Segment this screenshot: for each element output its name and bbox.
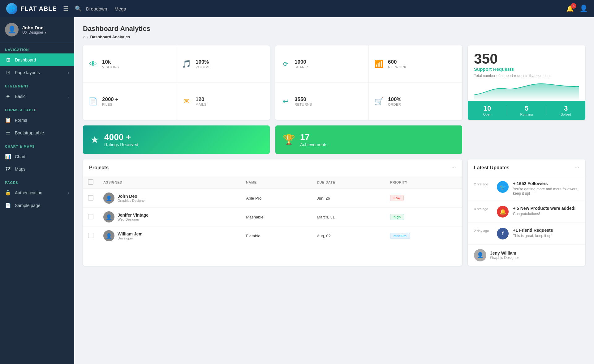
priority-cell: Low: [385, 189, 462, 208]
update-time: 4 hrs ago: [474, 206, 493, 211]
files-value: 2000 +: [102, 96, 118, 103]
dropdown-link[interactable]: Dropdown: [86, 6, 107, 11]
solved-label: Solved: [546, 112, 585, 116]
assignee-cell: 👤 Jenifer Vintage Web Designer: [98, 208, 241, 226]
assignee-name: Jenifer Vintage: [118, 213, 148, 218]
support-area-chart: [474, 81, 579, 99]
stat-mails: ✉ 120 MAILS: [176, 83, 270, 120]
ui-section-label: UI Element: [0, 79, 74, 90]
sidebar-item-label: Sample page: [15, 203, 69, 208]
sidebar: 👤 John Doe UX Designer ▾ Navigation ⊞ Da…: [0, 17, 74, 364]
stat-group-2: ⟳ 1000 SHARES 📶 600 NETWORK ↩: [275, 45, 462, 120]
table-row: 👤 Jenifer Vintage Web Designer Mashable …: [83, 208, 462, 226]
hamburger-button[interactable]: ☰: [63, 5, 69, 12]
sidebar-item-label: Basic: [15, 94, 64, 99]
assignee-name: John Deo: [118, 194, 146, 199]
sidebar-item-sample-page[interactable]: 📄 Sample page: [0, 199, 74, 212]
sidebar-item-label: Forms: [15, 118, 69, 123]
updates-title: Latest Updates: [474, 165, 510, 171]
forms-section-label: Forms & Table: [0, 103, 74, 114]
update-time: 2 hrs ago: [474, 181, 493, 186]
update-desc: Congratulations!: [513, 212, 576, 216]
projects-menu-button[interactable]: ···: [451, 164, 456, 171]
sidebar-item-page-layouts[interactable]: ⊡ Page layouts ›: [0, 66, 74, 79]
assignee-name: William Jem: [118, 231, 143, 236]
dashboard-icon: ⊞: [5, 57, 11, 63]
ratings-label: Ratings Received: [104, 142, 138, 147]
pages-section-label: Pages: [0, 175, 74, 186]
breadcrumb: ⌂ / Dashboard Analytics: [83, 35, 585, 39]
profile-info: John Doe UX Designer ▾: [22, 25, 46, 35]
solved-value: 3: [546, 104, 585, 112]
ratings-banner: ★ 4000 + Ratings Received: [83, 125, 270, 154]
row-select-checkbox[interactable]: [88, 233, 93, 238]
chevron-right-icon: ›: [68, 191, 69, 195]
mega-link[interactable]: Mega: [114, 6, 126, 11]
mails-label: MAILS: [196, 103, 207, 106]
breadcrumb-separator: /: [87, 35, 88, 39]
sidebar-item-label: Dashboard: [15, 57, 69, 62]
row-select-checkbox[interactable]: [88, 195, 93, 201]
table-icon: ☰: [5, 130, 11, 136]
select-all-checkbox[interactable]: [88, 179, 93, 185]
notifications-button[interactable]: 🔔 5: [566, 5, 574, 12]
sidebar-item-bootstrap-table[interactable]: ☰ Bootstrap table: [0, 126, 74, 139]
forms-icon: 📋: [5, 117, 11, 123]
trophy-icon: 🏆: [283, 134, 295, 146]
priority-badge: Low: [390, 195, 404, 201]
page-title: Dashboard Analytics: [83, 25, 585, 33]
breadcrumb-home[interactable]: ⌂: [83, 35, 85, 39]
priority-cell: high: [385, 208, 462, 226]
user-profile-button[interactable]: 👤: [579, 5, 588, 13]
table-row: 👤 John Deo Graphics Designer Able Pro Ju…: [83, 189, 462, 208]
sidebar-item-dashboard[interactable]: ⊞ Dashboard: [0, 53, 74, 66]
col-checkbox: [83, 176, 98, 189]
sidebar-item-authentication[interactable]: 🔒 Authentication ›: [0, 186, 74, 199]
assignee-role: Graphics Designer: [118, 199, 146, 202]
assignee-role: Developer: [118, 236, 143, 240]
stat-visitors: 👁 10k VISITORS: [83, 45, 176, 83]
update-time: 2 day ago: [474, 228, 493, 233]
user-update-item: 👤 Jeny William Graphic Designer: [468, 245, 585, 266]
profile-role: UX Designer ▾: [22, 30, 46, 35]
eye-icon: 👁: [88, 60, 98, 68]
col-due-date: DUE DATE: [312, 176, 385, 189]
update-item: 2 day ago f +1 Friend Requests This is g…: [468, 223, 585, 245]
running-value: 5: [507, 104, 546, 112]
update-item: 4 hrs ago 🔔 + 5 New Products were added!…: [468, 201, 585, 223]
returns-value: 3550: [295, 96, 312, 103]
col-priority: PRIORITY: [385, 176, 462, 189]
notification-badge: 5: [571, 3, 576, 9]
row-select-checkbox[interactable]: [88, 214, 93, 219]
stats-row: 👁 10k VISITORS 🎵 100% VOLUME 📄: [83, 45, 585, 120]
search-icon[interactable]: 🔍: [75, 5, 82, 12]
support-stats-bar: 10 Open 5 Running 3 Solved: [468, 101, 585, 120]
volume-label: VOLUME: [196, 65, 211, 69]
ratings-value: 4000 +: [104, 132, 138, 142]
network-value: 600: [388, 59, 407, 65]
volume-value: 100%: [196, 59, 211, 65]
updates-menu-button[interactable]: ···: [575, 164, 579, 171]
sidebar-item-label: Chart: [15, 154, 69, 159]
support-stat-running: 5 Running: [507, 104, 546, 116]
updates-header: Latest Updates ···: [468, 159, 585, 176]
sidebar-item-label: Authentication: [15, 190, 64, 195]
sidebar-item-basic[interactable]: ◈ Basic ›: [0, 90, 74, 103]
updates-list: 2 hrs ago 🐦 + 1652 Followers You're gett…: [468, 176, 585, 245]
sidebar-item-chart[interactable]: 📊 Chart: [0, 150, 74, 163]
support-title: Support Requests: [474, 66, 579, 72]
running-label: Running: [507, 112, 546, 116]
stat-returns: ↩ 3550 RETURNS: [275, 83, 369, 120]
order-label: ORDER: [388, 103, 401, 106]
user-update-role: Graphic Designer: [490, 256, 519, 260]
sample-icon: 📄: [5, 202, 11, 208]
sidebar-item-forms[interactable]: 📋 Forms: [0, 114, 74, 126]
music-icon: 🎵: [181, 60, 192, 68]
cart-icon: 🛒: [374, 97, 384, 106]
wifi-icon: 📶: [374, 60, 384, 68]
sidebar-item-maps[interactable]: 🗺 Maps: [0, 163, 74, 175]
user-update-name: Jeny William: [490, 251, 519, 256]
update-desc: You're getting more and more followers, …: [513, 187, 579, 196]
visitors-label: VISITORS: [102, 65, 119, 69]
col-name: NAME: [241, 176, 312, 189]
